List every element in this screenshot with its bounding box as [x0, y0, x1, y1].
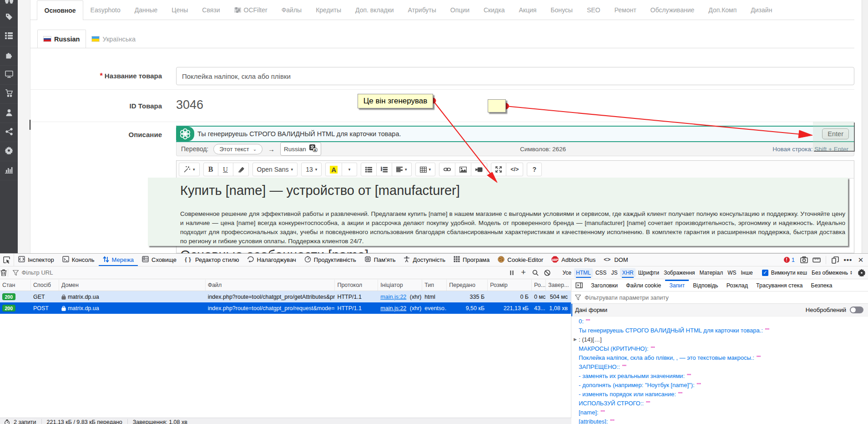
devtools-tab-пам'ять[interactable]: Пам'ять — [360, 254, 400, 266]
column-header-10[interactable]: Завер... — [546, 280, 571, 291]
disable-cache-checkbox[interactable]: ✓Вимкнути кеш — [762, 270, 807, 276]
filter-pill-матеріал[interactable]: Матеріал — [698, 268, 725, 277]
column-header-5[interactable]: Ініціатор — [378, 280, 422, 291]
font-size-select[interactable]: 13▾ — [301, 163, 322, 176]
raw-toggle-switch[interactable] — [850, 307, 863, 313]
translate-target-select[interactable]: RussianA — [280, 142, 321, 156]
form-data-row[interactable]: ▶: (14)[…] — [571, 335, 868, 344]
expand-arrow-icon[interactable]: ▶ — [574, 337, 579, 342]
devtools-tab-інспектор[interactable]: Інспектор — [14, 254, 58, 266]
tab-обслуживание[interactable]: Обслуживание — [643, 0, 701, 20]
tab-данные[interactable]: Данные — [127, 0, 165, 20]
tab-бонусы[interactable]: Бонусы — [544, 0, 580, 20]
column-header-9[interactable]: Ро... — [532, 280, 546, 291]
link-button[interactable] — [439, 163, 455, 176]
filter-pill-зображення[interactable]: Зображення — [662, 268, 697, 277]
column-header-7[interactable]: Передано — [447, 280, 488, 291]
devtools-tab-консоль[interactable]: Консоль — [58, 254, 99, 266]
codeview-button[interactable]: </> — [506, 163, 523, 176]
video-button[interactable] — [471, 163, 487, 176]
tab-ocfilter[interactable]: OCFilter — [227, 0, 274, 20]
filter-pill-інше[interactable]: Інше — [739, 268, 754, 277]
form-data-row[interactable]: - изменять порядок или написание:"" — [571, 389, 868, 398]
fullscreen-button[interactable] — [491, 163, 506, 176]
tab-seo[interactable]: SEO — [580, 0, 607, 20]
close-devtools-icon[interactable]: ✕ — [855, 255, 866, 266]
sidebar-item-catalog-list[interactable] — [0, 27, 18, 46]
devtools-tab-dom[interactable]: <>DOM — [600, 254, 632, 266]
devtools-tab-продуктивність[interactable]: Продуктивність — [300, 254, 360, 266]
filter-pill-ws[interactable]: WS — [726, 268, 738, 277]
details-tab-файли-cookie[interactable]: Файли cookie — [622, 280, 665, 291]
tab-lang-russian[interactable]: Russian — [37, 30, 86, 48]
tab-кредиты[interactable]: Кредиты — [309, 0, 348, 20]
column-header-1[interactable]: Спосіб — [31, 280, 59, 291]
tab-основное[interactable]: Основное — [37, 0, 83, 20]
font-color-button[interactable]: A — [325, 163, 342, 176]
tab-easyphoto[interactable]: Easyphoto — [83, 0, 127, 20]
sidebar-item-customers[interactable] — [0, 104, 18, 123]
underline-button[interactable]: U — [218, 163, 233, 176]
devtools-tab-налагоджувач[interactable]: Налагоджувач — [243, 254, 300, 266]
tab-доп-вкладки[interactable]: Доп. вкладки — [348, 0, 401, 20]
column-header-0[interactable]: Стан — [0, 280, 31, 291]
ordered-list-button[interactable]: 12 — [377, 163, 392, 176]
column-header-6[interactable]: Тип — [422, 280, 447, 291]
sidebar-item-tags[interactable] — [0, 8, 18, 27]
paragraph-align-button[interactable]: ▾ — [392, 163, 412, 176]
column-header-8[interactable]: Розмір — [488, 280, 532, 291]
filter-pill-xhr[interactable]: XHR — [620, 268, 635, 277]
tab-цены[interactable]: Цены — [165, 0, 195, 20]
collapse-pane-icon[interactable] — [571, 280, 587, 291]
details-tab-безпека[interactable]: Безпека — [807, 280, 836, 291]
filter-pill-css[interactable]: CSS — [594, 268, 609, 277]
column-header-2[interactable]: Домен — [59, 280, 206, 291]
font-family-select[interactable]: Open Sans▾ — [252, 163, 298, 176]
form-data-row[interactable]: - заменять их реальными значениями:"" — [571, 371, 868, 380]
responsive-mode-icon[interactable] — [830, 255, 841, 266]
tab-атрибуты[interactable]: Атрибуты — [401, 0, 443, 20]
chatgpt-prompt-bar[interactable]: Ты генерируешь СТРОГО ВАЛИДНЫЙ HTML для … — [176, 126, 854, 142]
throttling-select[interactable]: Без обмежень▲▼ — [812, 270, 853, 276]
form-data-row[interactable]: [name]:"" — [571, 408, 868, 417]
page-scrollbar[interactable] — [862, 0, 868, 253]
tab-связи[interactable]: Связи — [195, 0, 227, 20]
form-data-row[interactable]: ЗАПРЕЩЕНО::"" — [571, 362, 868, 371]
bold-button[interactable]: B — [203, 163, 218, 176]
tab-акция[interactable]: Акция — [512, 0, 544, 20]
form-data-row[interactable]: Поклейка наліпок, скла або плівки, , — э… — [571, 353, 868, 362]
form-data-row[interactable]: МАКРОСЫ (КРИТИЧНО):"" — [571, 344, 868, 353]
devtools-tab-доступність[interactable]: Доступність — [399, 254, 449, 266]
image-button[interactable] — [455, 163, 471, 176]
url-filter-input[interactable]: Фільтр URL — [8, 269, 506, 276]
product-name-input[interactable]: Поклейка наліпок, скла або плівки — [176, 67, 854, 85]
magic-style-button[interactable]: ▾ — [179, 163, 200, 176]
table-button[interactable]: ▾ — [415, 163, 436, 176]
screenshot-icon[interactable] — [798, 255, 809, 266]
block-icon[interactable] — [542, 267, 553, 278]
unordered-list-button[interactable] — [361, 163, 377, 176]
network-request-row[interactable]: 200POSTmatrix.dp.uaindex.php?route=tool/… — [0, 302, 571, 314]
translate-source-select[interactable]: Этот текст⌄ — [213, 144, 262, 154]
details-tab-розклад[interactable]: Розклад — [722, 280, 752, 291]
editor-content[interactable]: Купить [name] — устройство от [manufactu… — [177, 178, 849, 263]
filter-pill-js[interactable]: JS — [609, 268, 619, 277]
eraser-button[interactable] — [233, 163, 249, 176]
filter-pill-усе[interactable]: Усе — [561, 268, 574, 277]
clear-requests-icon[interactable] — [0, 269, 8, 276]
form-data-row[interactable]: ИСПОЛЬЗУЙ СТРОГО::"" — [571, 398, 868, 408]
form-data-row[interactable]: Ты генерируешь СТРОГО ВАЛИДНЫЙ HTML для … — [571, 326, 868, 335]
ruler-icon[interactable] — [811, 255, 822, 266]
column-header-4[interactable]: Протокол — [335, 280, 378, 291]
details-tab-відповідь[interactable]: Відповідь — [689, 280, 722, 291]
filter-pill-html[interactable]: HTML — [574, 268, 593, 277]
help-button[interactable]: ? — [527, 163, 542, 176]
details-tab-заголовки[interactable]: Заголовки — [587, 280, 622, 291]
tab-дизайн[interactable]: Дизайн — [744, 0, 779, 20]
tab-файлы[interactable]: Файлы — [274, 0, 308, 20]
error-badge[interactable]: !1 — [784, 256, 795, 263]
devtools-tab-cookie-editor[interactable]: Cookie-Editor — [494, 254, 547, 266]
add-icon[interactable]: + — [518, 267, 529, 278]
form-data-row[interactable]: 0:"" — [571, 317, 868, 326]
tab-lang-ukrainian[interactable]: Українська — [86, 30, 141, 48]
